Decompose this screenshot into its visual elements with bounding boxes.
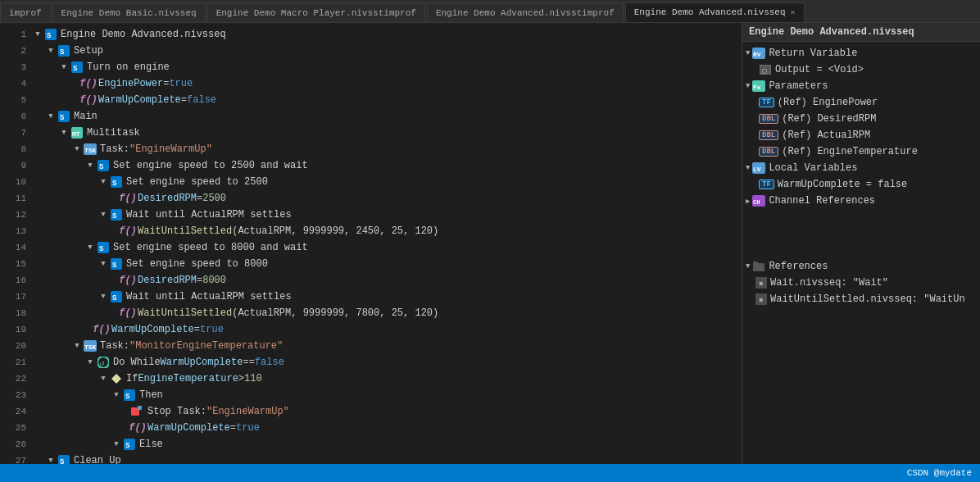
param-row[interactable]: TF (Ref) EnginePower [742,94,980,111]
local-variables-section[interactable]: ▼ LV Local Variables [742,160,980,176]
sequence-tree[interactable]: 1 ▼ S Engine Demo Advanced.nivsseq 2 ▼ S… [0,23,742,464]
return-variable-section[interactable]: ▼ RV Return Variable [742,45,980,61]
svg-text:LV: LV [753,166,761,173]
param-row[interactable]: DBL (Ref) ActualRPM [742,127,980,143]
output-row[interactable]: ▢ Output = <Void> [742,61,980,78]
tree-row[interactable]: 16 f() DesiredRPM = 8000 [0,272,742,289]
tf-badge: TF [759,98,774,107]
tree-row[interactable]: 7 ▼ MT Multitask [0,125,742,141]
tab-macro[interactable]: Engine Demo Macro Player.nivsstimprof [207,2,425,22]
channel-references-icon: CH [752,194,765,207]
tab-advanced-prof[interactable]: Engine Demo Advanced.nivsstimprof [427,2,624,22]
localvar-row[interactable]: TF WarmUpComplete = false [742,176,980,193]
expand-icon[interactable]: ▼ [746,49,750,57]
func-icon: f() [82,77,95,90]
tree-row[interactable]: 26 ▼ S Else [0,436,742,452]
tf-badge: TF [759,180,774,189]
svg-rect-32 [138,406,142,410]
dowhile-icon: ↺ [97,356,110,369]
svg-text:S: S [60,114,65,122]
tree-row[interactable]: 21 ▼ ↺ Do While WarmUpComplete == false [0,354,742,371]
main-content: 1 ▼ S Engine Demo Advanced.nivsseq 2 ▼ S… [0,23,980,464]
tree-row[interactable]: 25 f() WarmUpComplete = true [0,420,742,436]
svg-text:↺: ↺ [100,360,105,368]
tree-row[interactable]: 3 ▼ S Turn on engine [0,59,742,75]
expand-arrow[interactable]: ▼ [111,439,121,449]
right-panel: Engine Demo Advanced.nivsseq ▼ RV Return… [742,23,980,464]
seq-icon: S [97,241,110,254]
file-icon: ■ [755,293,767,305]
expand-arrow[interactable]: ▼ [111,390,121,400]
parameters-section[interactable]: ▼ Px Parameters [742,78,980,94]
tab-advanced-seq[interactable]: Engine Demo Advanced.nivsseq ✕ [625,2,805,22]
tree-row[interactable]: 24 Stop Task: "EngineWarmUp" [0,403,742,420]
tree-row[interactable]: 1 ▼ S Engine Demo Advanced.nivsseq [0,26,742,43]
tree-row[interactable]: 5 f() WarmUpComplete = false [0,92,742,108]
tree-row[interactable]: 2 ▼ S Setup [0,43,742,59]
right-panel-content[interactable]: ▼ RV Return Variable ▢ Output = <Void> ▼… [742,42,980,464]
svg-text:MT: MT [72,130,80,138]
expand-arrow[interactable]: ▼ [98,177,108,187]
expand-arrow[interactable]: ▼ [33,30,43,39]
task-icon: TSK [84,143,97,156]
tree-row[interactable]: 4 f() EnginePower = true [0,75,742,92]
expand-arrow[interactable]: ▼ [59,62,69,72]
seq-icon: S [110,208,123,221]
expand-arrow[interactable]: ▼ [46,46,56,56]
references-section[interactable]: ▼ References [742,258,980,275]
svg-text:CH: CH [753,199,760,206]
close-tab-icon[interactable]: ✕ [791,7,796,17]
channel-references-section[interactable]: ▶ CH Channel References [742,193,980,209]
expand-arrow[interactable]: ▼ [46,111,56,121]
right-panel-title: Engine Demo Advanced.nivsseq [742,23,980,42]
tree-row[interactable]: 20 ▼ TSK Task: "MonitorEngineTemperature… [0,338,742,354]
func-icon: f() [121,274,134,287]
tree-row[interactable]: 11 f() DesiredRPM = 2500 [0,190,742,207]
expand-arrow[interactable]: ▼ [85,357,95,367]
svg-text:S: S [112,180,117,188]
tree-row[interactable]: 6 ▼ S Main [0,108,742,125]
tree-row[interactable]: 9 ▼ S Set engine speed to 2500 and wait [0,157,742,174]
expand-arrow[interactable]: ▼ [59,128,69,138]
reference-row[interactable]: ■ WaitUntilSettled.nivsseq: "WaitUn [742,291,980,307]
tree-row[interactable]: 13 f() WaitUntilSettled(ActualRPM, 99999… [0,223,742,239]
tree-row[interactable]: 22 ▼ If EngineTemperature > 110 [0,371,742,387]
expand-arrow[interactable]: ▼ [98,374,108,384]
expand-arrow[interactable]: ▼ [98,259,108,269]
file-icon: ■ [755,277,767,289]
expand-arrow[interactable]: ▼ [72,341,82,351]
expand-icon[interactable]: ▼ [746,82,750,90]
tree-row[interactable]: 18 f() WaitUntilSettled(ActualRPM, 99999… [0,305,742,321]
svg-text:S: S [73,65,78,73]
expand-icon[interactable]: ▶ [746,197,750,206]
tree-row[interactable]: 19 f() WarmUpComplete = true [0,321,742,338]
tree-row[interactable]: 12 ▼ S Wait until ActualRPM settles [0,207,742,223]
tree-row[interactable]: 8 ▼ TSK Task: "EngineWarmUp" [0,141,742,157]
expand-icon[interactable]: ▼ [746,164,750,172]
tree-row[interactable]: 23 ▼ S Then [0,387,742,403]
expand-arrow[interactable]: ▼ [85,243,95,252]
tab-bar: improf Engine Demo Basic.nivsseq Engine … [0,0,980,23]
param-row[interactable]: DBL (Ref) EngineTemperature [742,143,980,160]
tab-basic[interactable]: Engine Demo Basic.nivsseq [52,2,206,22]
svg-text:S: S [112,212,117,221]
expand-arrow[interactable]: ▼ [98,210,108,220]
tree-row[interactable]: 17 ▼ S Wait until ActualRPM settles [0,289,742,305]
expand-arrow[interactable]: ▼ [72,144,82,154]
expand-arrow[interactable]: ▼ [85,161,95,171]
tree-row[interactable]: 10 ▼ S Set engine speed to 2500 [0,174,742,190]
expand-arrow[interactable]: ▼ [46,456,56,464]
func-icon: f() [121,192,134,205]
reference-row[interactable]: ■ Wait.nivsseq: "Wait" [742,275,980,291]
dbl-badge: DBL [759,147,778,157]
tree-row[interactable]: 15 ▼ S Set engine speed to 8000 [0,256,742,272]
left-panel: 1 ▼ S Engine Demo Advanced.nivsseq 2 ▼ S… [0,23,742,464]
tab-improf[interactable]: improf [0,2,51,22]
tree-row[interactable]: 14 ▼ S Set engine speed to 8000 and wait [0,239,742,256]
seq-icon: S [70,61,84,74]
tree-row[interactable]: 27 ▼ S Clean Up [0,452,742,464]
param-row[interactable]: DBL (Ref) DesiredRPM [742,111,980,127]
expand-arrow[interactable]: ▼ [98,292,108,302]
status-text: CSDN @mydate [907,468,972,478]
expand-icon[interactable]: ▼ [746,262,750,271]
